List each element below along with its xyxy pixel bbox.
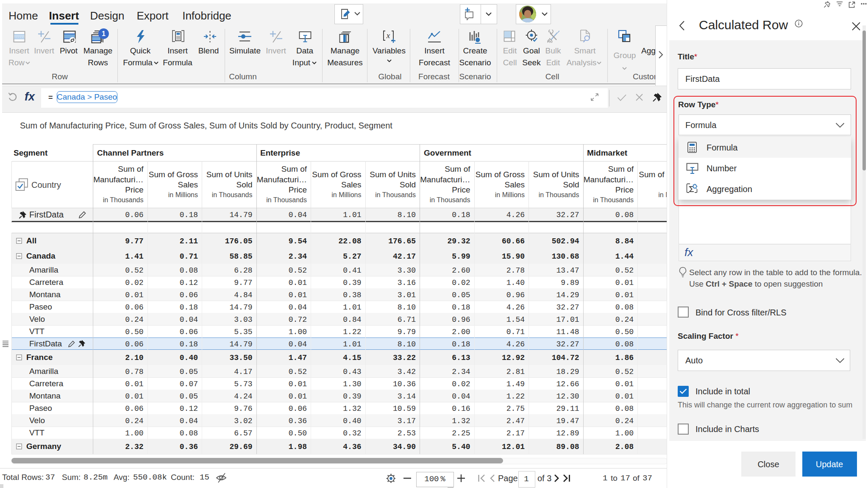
svg-text:1: 1 bbox=[102, 30, 106, 37]
svg-text:x: x bbox=[386, 31, 390, 40]
